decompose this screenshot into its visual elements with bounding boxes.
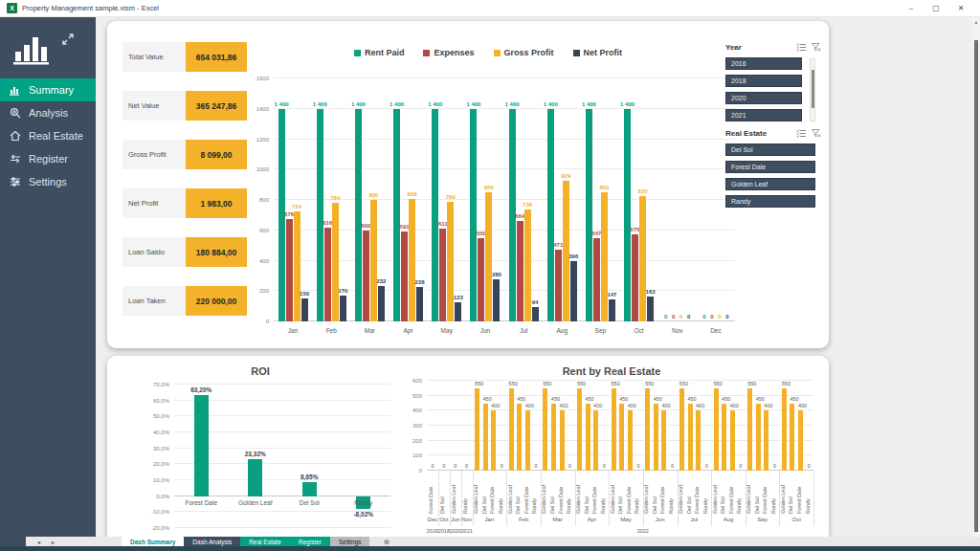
bar-expenses: [439, 229, 446, 321]
rent-bar-del-sol: [551, 404, 556, 472]
x-axis-label: Jul: [520, 327, 527, 334]
rent-category-label: Forest Dale: [429, 474, 434, 514]
real-estate-slicer-list: Del SolForest DaleGolden LeafRandy: [725, 143, 821, 208]
slicer-item-forest-dale[interactable]: Forest Dale: [725, 161, 815, 173]
gridline: [174, 384, 390, 385]
add-sheet-button[interactable]: ⊕: [383, 537, 390, 546]
slicer-item-randy[interactable]: Randy: [725, 195, 815, 208]
summary-card: Total Value 654 031,86 Net Value 365 247…: [107, 21, 829, 348]
bar-value-label: 0: [702, 314, 705, 320]
sidebar-item-real-estate[interactable]: Real Estate: [0, 124, 96, 147]
sidebar-item-summary[interactable]: Summary: [0, 78, 96, 101]
year-slicer-scroll-thumb[interactable]: [812, 70, 814, 108]
y-axis-label: -10,0%: [151, 509, 169, 515]
bar-net-profit: [340, 296, 346, 321]
kpi-list: Total Value 654 031,86 Net Value 365 247…: [122, 42, 249, 335]
y-axis-label: 40,0%: [153, 430, 169, 435]
sheet-tab-dash-summary[interactable]: Dash Summary: [122, 537, 184, 546]
sheet-tab-real-estate[interactable]: Real Estate: [240, 537, 290, 546]
restore-button[interactable]: ▢: [924, 0, 948, 17]
multi-select-icon[interactable]: [796, 43, 806, 52]
rent-chart-title: Rent by Real Estate: [400, 365, 823, 377]
y-axis-label: 60,0%: [153, 398, 169, 404]
multi-select-icon[interactable]: [796, 129, 806, 138]
gridline: [274, 230, 735, 231]
scrollbar-thumb[interactable]: [974, 40, 978, 532]
bar-value-label: 736: [523, 202, 532, 208]
gridline: [274, 77, 735, 78]
sidebar-item-settings[interactable]: Settings: [0, 170, 96, 193]
rent-bar-del-sol: [586, 404, 590, 472]
slicer-item-2021[interactable]: 2021: [725, 109, 802, 121]
y-axis-label: 600: [259, 228, 269, 233]
bar-gross-profit: [294, 211, 301, 321]
chart-legend: Rent PaidExpensesGross ProfitNet Profit: [241, 48, 735, 57]
rent-month-label: Sep: [757, 517, 768, 522]
sidebar-item-register[interactable]: Register: [0, 147, 96, 170]
slicer-item-del-sol[interactable]: Del Sol: [725, 143, 815, 156]
clear-filter-icon[interactable]: [812, 129, 821, 138]
rent-value-label: 450: [585, 396, 593, 402]
slicer-item-2016[interactable]: 2016: [725, 57, 802, 70]
rent-value-label: 550: [509, 381, 518, 386]
y-axis-label: 200: [412, 438, 422, 444]
roi-category-label: Del Sol: [300, 499, 320, 506]
rent-value-label: 400: [764, 403, 772, 408]
sidebar-item-analysis[interactable]: Analysis: [0, 101, 96, 124]
bar-value-label: 611: [438, 221, 448, 227]
legend-item-gross-profit: Gross Profit: [494, 48, 554, 57]
bar-gross-profit: [485, 192, 492, 321]
rent-value-label: 400: [696, 403, 704, 408]
rent-category-label: Golden Leaf: [452, 474, 457, 514]
next-sheet-arrow-icon[interactable]: ▸: [52, 539, 55, 545]
bar-value-label: 123: [454, 295, 463, 300]
rent-bar-forest-dale: [525, 410, 530, 471]
expand-fullscreen-icon[interactable]: [61, 33, 75, 50]
roi-value-label: -8,02%: [353, 511, 373, 518]
bar-net-profit: [378, 286, 385, 321]
bar-value-label: 0: [687, 314, 690, 320]
clear-filter-icon[interactable]: [812, 43, 821, 52]
slicer-item-2020[interactable]: 2020: [725, 92, 802, 104]
slicer-item-golden-leaf[interactable]: Golden Leaf: [725, 178, 815, 190]
rent-bar-forest-dale: [628, 410, 633, 471]
rent-category-label: Golden Leaf: [576, 474, 582, 514]
sheet-tab-settings[interactable]: Settings: [330, 537, 370, 546]
rent-value-label: 450: [551, 396, 560, 402]
rent-bar-forest-dale: [764, 410, 768, 471]
minimize-button[interactable]: –: [899, 0, 924, 17]
rent-year-span-label: 2022: [637, 528, 649, 534]
year-slicer-scrollbar[interactable]: [810, 58, 815, 121]
bar-value-label: 1 400: [428, 101, 442, 107]
rent-value-label: 0: [568, 463, 571, 469]
rent-value-label: 400: [491, 403, 500, 408]
rent-value-label: 0: [671, 463, 674, 469]
scroll-up-icon[interactable]: ▲: [972, 19, 980, 25]
app-logo-bar-chart-icon: [13, 33, 52, 69]
close-button[interactable]: ✕: [948, 0, 973, 17]
rent-value-label: 0: [636, 463, 639, 469]
bar-value-label: 232: [376, 278, 386, 284]
rent-category-label: Randy: [703, 474, 709, 514]
vertical-scrollbar[interactable]: ▲: [972, 17, 980, 538]
sheet-tabbar: ◂ ▸ Dash SummaryDash AnalysisReal Estate…: [0, 537, 980, 546]
prev-sheet-arrow-icon[interactable]: ◂: [37, 539, 40, 545]
rent-value-label: 400: [559, 403, 568, 408]
sheet-tab-register[interactable]: Register: [290, 537, 330, 546]
bar-value-label: 825: [638, 188, 648, 194]
rent-value-label: 450: [654, 396, 662, 402]
bar-rent-paid: [470, 109, 477, 321]
rent-category-label: Forest Dale: [559, 474, 565, 514]
slicer-item-2018[interactable]: 2018: [725, 75, 802, 87]
x-axis-label: Aug: [556, 327, 568, 334]
x-axis-label: Feb: [326, 327, 337, 334]
rent-category-label: Forest Dale: [729, 474, 735, 514]
rent-by-real-estate-chart: Rent by Real Estate 60050040030020010000…: [400, 360, 823, 536]
roi-plot-area: 70,0%60,0%50,0%40,0%30,0%20,0%10,0%0,0%-…: [174, 385, 390, 528]
bar-rent-paid: [393, 109, 400, 321]
rent-category-label: Del Sol: [789, 474, 794, 514]
bar-value-label: 575: [631, 227, 640, 232]
sheet-tabs: Dash SummaryDash AnalysisReal EstateRegi…: [122, 537, 369, 546]
sheet-tab-dash-analysis[interactable]: Dash Analysis: [184, 537, 240, 546]
y-axis-label: 300: [412, 423, 422, 429]
